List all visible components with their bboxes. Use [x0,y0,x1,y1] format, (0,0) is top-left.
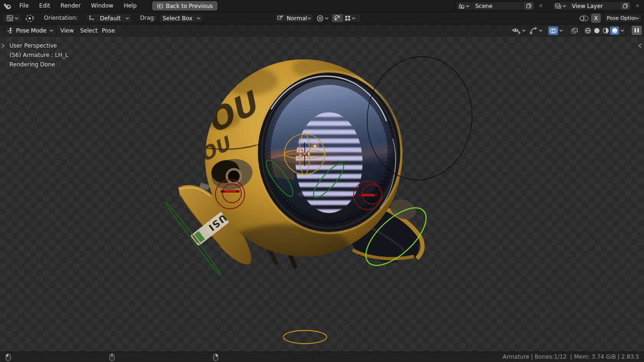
scene-selector-group: Scene ✕ [456,1,544,10]
new-view-layer-button[interactable] [620,2,630,10]
render-pause-button[interactable] [632,26,642,35]
active-tool-icon [25,14,35,23]
menu-edit[interactable]: Edit [34,0,55,12]
x-axis-toggle[interactable]: X [591,14,601,23]
object-visibility-dropdown[interactable] [512,26,526,35]
chevron-down-icon [352,17,355,20]
mode-value: Pose Mode [16,27,47,34]
snap-target-dropdown[interactable] [343,14,357,22]
pivot-point-dropdown[interactable]: Normal [275,14,314,23]
material-shading-button[interactable] [601,26,610,35]
view-layer-name[interactable]: View Layer [569,3,620,9]
scene-name[interactable]: Scene [472,3,523,9]
remove-view-layer-button[interactable]: ✕ [634,3,641,9]
gizmo-icon [529,27,538,34]
pause-icon [635,28,636,33]
wireframe-shading-icon [585,27,591,34]
menu-window[interactable]: Window [86,0,118,12]
gizmos-dropdown[interactable] [529,26,543,35]
menu-render[interactable]: Render [55,0,86,12]
wireframe-shading-button[interactable] [583,26,592,35]
chevron-down-icon [307,17,311,20]
topbar: File Edit Render Window Help Back to Pre… [0,0,644,12]
chevron-down-icon [50,29,53,32]
mode-dropdown[interactable]: Pose Mode [4,26,57,35]
xray-toggle[interactable] [570,26,578,35]
snap-toggle[interactable] [332,14,343,22]
viewport-menu-view[interactable]: View [58,25,76,37]
view-layer-icon [555,3,561,9]
tool-settings-bar: Orientation: Default Drag: Select Box No… [0,12,644,25]
panel-toggle-right-icon[interactable] [638,42,644,49]
unlink-scene-button[interactable]: ✕ [537,3,544,9]
menu-help[interactable]: Help [118,0,141,12]
3d-viewport-canvas[interactable]: USI OU OU [0,25,644,352]
view-layer-selector[interactable]: View Layer [553,1,631,10]
pose-options-dropdown[interactable]: Pose Options [604,14,642,23]
shading-dropdown[interactable] [619,26,626,35]
back-to-previous-button[interactable]: Back to Previous [152,1,218,10]
mirror-x-button[interactable] [578,14,590,23]
mouse-left-icon [6,354,11,362]
pivot-icon [275,15,285,22]
viewport-header: Pose Mode View Select Pose [0,25,644,37]
solid-shading-icon [594,27,600,34]
mouse-middle-icon [109,354,115,362]
close-icon: ✕ [635,3,639,9]
viewport-info-text: User Perspective (56) Armature : LH_L Re… [9,41,68,69]
mouse-right-icon [213,354,218,362]
pivot-value: Normal [285,15,307,22]
rendered-shading-button[interactable] [610,26,619,35]
back-icon [157,4,163,8]
x-axis-label: X [594,15,598,22]
editor-type-icon [7,15,13,21]
active-tool-button[interactable] [25,14,35,23]
duplicate-icon [526,3,531,8]
pose-mode-icon [7,27,13,34]
new-scene-button[interactable] [523,2,534,10]
chevron-down-icon [562,5,566,8]
panel-toggle-left-icon[interactable] [0,42,6,49]
solid-shading-button[interactable] [592,26,601,35]
orientation-label: Orientation: [44,12,78,24]
rendered-shading-icon [611,27,618,34]
chevron-down-icon [620,29,624,32]
back-to-previous-label: Back to Previous [166,3,213,9]
chevron-down-icon [636,17,639,20]
chevron-down-icon [325,17,329,20]
editor-type-selector[interactable] [3,14,22,23]
pause-icon [637,28,639,33]
scene-icon [458,3,465,9]
blender-logo-icon[interactable] [0,3,14,9]
orientation-dropdown[interactable]: Default [86,14,132,23]
scene-selector[interactable]: Scene [456,1,534,10]
visibility-icon [512,27,521,34]
bone-widget-root-ring[interactable] [283,330,327,344]
proportional-editing-button[interactable] [316,14,329,23]
show-overlays-toggle[interactable] [548,26,558,35]
material-shading-icon [603,27,609,34]
3d-viewport[interactable]: USI OU OU [0,25,644,352]
pose-options-label: Pose Options [604,15,636,21]
statusbar: Armature | Bones:1/12 | Mem: 3.74 GiB | … [0,352,644,362]
view-name-text: User Perspective [9,41,68,50]
view-layer-icon-button[interactable] [553,2,569,10]
snap-group [331,14,361,23]
drag-dropdown[interactable]: Select Box [159,14,203,23]
viewport-menu-pose[interactable]: Pose [99,25,118,37]
viewport-menu-select[interactable]: Select [77,25,100,37]
mirror-icon [578,15,590,22]
orientation-value: Default [97,15,125,22]
xray-icon [570,27,578,34]
close-icon: ✕ [538,3,543,9]
overlays-icon [550,28,557,34]
overlays-toggle-group [548,26,563,35]
snap-magnet-icon [334,15,341,22]
blender-window: { "topbar": { "menus": ["File", "Edit", … [0,0,644,362]
proportional-editing-icon [316,15,324,22]
scene-icon-button[interactable] [456,2,472,10]
render-status-text: Rendering Done [9,60,68,69]
robot-model: USI OU OU [178,56,422,267]
menu-file[interactable]: File [14,0,34,12]
chevron-down-icon [197,17,200,20]
